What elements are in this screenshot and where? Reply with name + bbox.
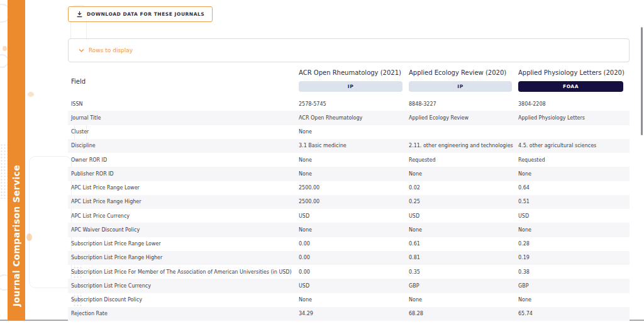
value-cell: 0.00 — [299, 255, 409, 260]
value-cell: None — [299, 297, 409, 303]
value-cell: GBP — [409, 283, 518, 289]
value-cell: 4.5. other agricultural sciences — [518, 143, 630, 148]
table-row: APC List Price Range Higher2500.000.250.… — [68, 195, 630, 209]
table-row: Publisher ROR IDNoneNoneNone — [68, 167, 630, 181]
journal-column-header: ACR Open Rheumatology (2021) IP — [299, 66, 409, 97]
value-cell: USD — [409, 213, 518, 219]
value-cell: Applied Ecology Review — [409, 115, 518, 121]
vertical-scrollbar[interactable] — [641, 27, 643, 135]
field-cell: ISSN — [68, 101, 299, 107]
field-cell: APC List Price Currency — [68, 213, 299, 219]
table-row: APC Waiver Discount PolicyNoneNoneNone — [68, 223, 630, 237]
table-row: Subscription List Price CurrencyUSDGBPGB… — [68, 279, 630, 293]
main-content: DOWNLOAD DATA FOR THESE JOURNALS Rows to… — [0, 0, 644, 324]
field-cell: Subscription List Price Range Lower — [68, 241, 299, 247]
value-cell: 0.81 — [409, 255, 518, 260]
value-cell: 0.38 — [518, 269, 630, 275]
table-body: ISSN2578-57458848-32273804-2208Journal T… — [68, 97, 630, 321]
value-cell: None — [518, 227, 630, 233]
value-cell: 0.00 — [299, 269, 409, 275]
value-cell: None — [409, 297, 518, 303]
value-cell: 0.28 — [518, 241, 630, 247]
download-button-label: DOWNLOAD DATA FOR THESE JOURNALS — [87, 11, 204, 17]
value-cell: 34.29 — [299, 311, 409, 316]
value-cell: 0.51 — [518, 199, 630, 204]
field-column-header: Field — [68, 78, 299, 85]
field-cell: Cluster — [68, 129, 299, 135]
table-row: APC List Price Range Lower2500.000.020.6… — [68, 181, 630, 195]
value-cell: 0.61 — [409, 241, 518, 247]
value-cell: 2578-5745 — [299, 101, 409, 107]
field-cell: APC List Price Range Lower — [68, 185, 299, 191]
journal-name: ACR Open Rheumatology (2021) — [299, 66, 409, 76]
value-cell: 2500.00 — [299, 185, 409, 191]
table-row: ClusterNone — [68, 125, 630, 139]
rows-to-display-toggle[interactable]: Rows to display — [68, 38, 630, 62]
value-cell: ACR Open Rheumatology — [299, 115, 409, 121]
value-cell: None — [518, 171, 630, 177]
value-cell: None — [409, 227, 518, 233]
value-cell: 3.1 Basic medicine — [299, 143, 409, 148]
table-row: Owner ROR IDNoneRequestedRequested — [68, 153, 630, 167]
value-cell: 0.02 — [409, 185, 518, 191]
field-cell: APC List Price Range Higher — [68, 199, 299, 204]
journal-comparison-table: Field ACR Open Rheumatology (2021) IP Ap… — [68, 66, 630, 321]
value-cell: None — [299, 157, 409, 163]
value-cell: GBP — [518, 283, 630, 289]
value-cell: USD — [299, 213, 409, 219]
value-cell: None — [299, 227, 409, 233]
field-cell: Subscription Discount Policy — [68, 297, 299, 303]
value-cell: 2500.00 — [299, 199, 409, 204]
field-cell: Subscription List Price Currency — [68, 283, 299, 289]
value-cell: 0.25 — [409, 199, 518, 204]
value-cell: 0.00 — [299, 241, 409, 247]
value-cell: None — [299, 129, 409, 135]
table-row: Subscription List Price For Member of Th… — [68, 265, 630, 279]
table-header: Field ACR Open Rheumatology (2021) IP Ap… — [68, 66, 630, 97]
value-cell: Requested — [518, 157, 630, 163]
value-cell: 3804-2208 — [518, 101, 630, 107]
field-cell: Subscription List Price For Member of Th… — [68, 269, 299, 275]
download-data-button[interactable]: DOWNLOAD DATA FOR THESE JOURNALS — [68, 6, 213, 22]
field-cell: Discipline — [68, 143, 299, 148]
table-row: Journal TitleACR Open RheumatologyApplie… — [68, 111, 630, 125]
value-cell: 0.19 — [518, 255, 630, 260]
status-badge: IP — [409, 81, 512, 92]
value-cell: None — [518, 297, 630, 303]
table-row: Discipline3.1 Basic medicine2.11. other … — [68, 139, 630, 153]
journal-column-header: Applied Ecology Review (2020) IP — [409, 66, 518, 97]
table-row: Subscription List Price Range Lower0.000… — [68, 237, 630, 251]
value-cell: 68.28 — [409, 311, 518, 316]
journal-name: Applied Ecology Review (2020) — [409, 66, 518, 76]
chevron-down-icon — [79, 48, 84, 53]
value-cell: USD — [518, 213, 630, 219]
value-cell: 2.11. other engineering and technologies — [409, 143, 518, 148]
table-row: ISSN2578-57458848-32273804-2208 — [68, 97, 630, 111]
table-row: Rejection Rate34.2968.2865.74 — [68, 307, 630, 321]
status-badge: FOAA — [518, 81, 623, 92]
value-cell: 65.74 — [518, 311, 630, 316]
value-cell: 0.35 — [409, 269, 518, 275]
field-cell: Owner ROR ID — [68, 157, 299, 163]
field-cell: Subscription List Price Range Higher — [68, 255, 299, 260]
field-cell: APC Waiver Discount Policy — [68, 227, 299, 233]
table-row: Subscription Discount PolicyNoneNoneNone — [68, 293, 630, 307]
field-cell: Journal Title — [68, 115, 299, 121]
value-cell: None — [409, 171, 518, 177]
value-cell: 8848-3227 — [409, 101, 518, 107]
value-cell: Applied Physiology Letters — [518, 115, 630, 121]
download-icon — [76, 11, 83, 18]
field-cell: Rejection Rate — [68, 311, 299, 316]
value-cell: 0.64 — [518, 185, 630, 191]
value-cell: None — [299, 171, 409, 177]
journal-column-header: Applied Physiology Letters (2020) FOAA — [518, 66, 630, 97]
table-row: APC List Price CurrencyUSDUSDUSD — [68, 209, 630, 223]
value-cell: Requested — [409, 157, 518, 163]
field-cell: Publisher ROR ID — [68, 171, 299, 177]
rows-to-display-label: Rows to display — [89, 47, 133, 53]
value-cell: USD — [299, 283, 409, 289]
table-row: Subscription List Price Range Higher0.00… — [68, 251, 630, 265]
journal-name: Applied Physiology Letters (2020) — [518, 66, 630, 76]
status-badge: IP — [299, 81, 402, 92]
